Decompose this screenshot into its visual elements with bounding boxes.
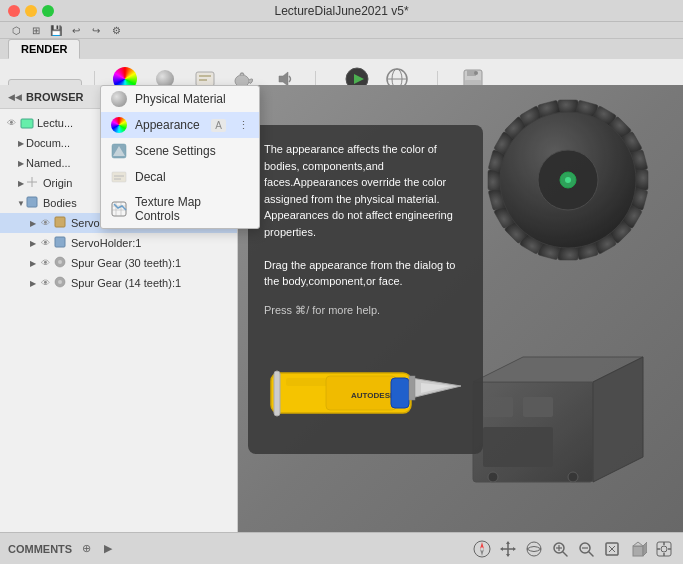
svg-point-60 bbox=[568, 472, 578, 482]
display-settings-btn[interactable] bbox=[653, 538, 675, 560]
comments-label: COMMENTS bbox=[8, 543, 72, 555]
spurgear14-icon bbox=[54, 276, 68, 290]
docu-label: Docum... bbox=[26, 137, 70, 149]
expand-arrow[interactable]: ▶ bbox=[16, 158, 26, 168]
svg-marker-96 bbox=[643, 542, 647, 556]
svg-text:AUTODESK: AUTODESK bbox=[351, 391, 396, 400]
compass-btn[interactable] bbox=[471, 538, 493, 560]
quick-toolbar: ⬡ ⊞ 💾 ↩ ↪ ⚙ bbox=[0, 22, 683, 39]
eye-icon-spurgear14[interactable]: 👁 bbox=[38, 276, 52, 290]
texture-map-menu-icon bbox=[111, 201, 127, 217]
decal-menu-icon bbox=[111, 169, 127, 185]
component-icon bbox=[20, 116, 34, 130]
appearance-tooltip: The appearance affects the color of bodi… bbox=[248, 125, 483, 454]
servoholder-icon bbox=[54, 236, 68, 250]
zoom-out-btn[interactable] bbox=[575, 538, 597, 560]
comments-section: COMMENTS ⊕ ▶ bbox=[8, 541, 471, 557]
view-cube-btn[interactable] bbox=[627, 538, 649, 560]
svg-marker-78 bbox=[480, 549, 484, 556]
svg-rect-2 bbox=[199, 79, 207, 81]
menu-scene-settings[interactable]: Scene Settings bbox=[101, 138, 259, 164]
svg-rect-72 bbox=[112, 172, 126, 182]
svg-point-83 bbox=[527, 542, 541, 556]
canvas-bg: The appearance affects the color of bodi… bbox=[238, 85, 683, 532]
svg-rect-18 bbox=[27, 197, 37, 207]
tooltip-footer-text: Press ⌘/ for more help. bbox=[264, 304, 380, 316]
save-btn[interactable]: 💾 bbox=[48, 22, 64, 38]
svg-point-14 bbox=[474, 71, 478, 75]
svg-line-89 bbox=[589, 552, 593, 556]
spurgear30-label: Spur Gear (30 teeth):1 bbox=[71, 257, 181, 269]
expand-arrow[interactable]: ▶ bbox=[28, 238, 38, 248]
svg-rect-15 bbox=[21, 119, 33, 128]
redo-btn[interactable]: ↪ bbox=[88, 22, 104, 38]
tree-item-spurgear30[interactable]: ▶ 👁 Spur Gear (30 teeth):1 bbox=[0, 253, 237, 273]
comment-expand-icon[interactable]: ▶ bbox=[100, 541, 116, 557]
origin-icon bbox=[26, 176, 40, 190]
eye-icon-servoholder[interactable]: 👁 bbox=[38, 236, 52, 250]
menu-appearance[interactable]: Appearance A ⋮ bbox=[101, 112, 259, 138]
tooltip-drag-text: Drag the appearance from the dialog to t… bbox=[264, 257, 467, 290]
svg-line-85 bbox=[563, 552, 567, 556]
menu-texture-map[interactable]: Texture Map Controls bbox=[101, 190, 259, 228]
svg-marker-82 bbox=[513, 547, 516, 551]
pan-btn[interactable] bbox=[497, 538, 519, 560]
svg-point-59 bbox=[488, 472, 498, 482]
expand-arrow[interactable]: ▶ bbox=[16, 138, 26, 148]
undo-btn[interactable]: ↩ bbox=[68, 22, 84, 38]
eye-icon-spurgear30[interactable]: 👁 bbox=[38, 256, 52, 270]
svg-rect-56 bbox=[483, 397, 513, 417]
svg-rect-1 bbox=[199, 75, 211, 77]
menu-decal[interactable]: Decal bbox=[101, 164, 259, 190]
eye-icon[interactable]: 👁 bbox=[4, 116, 18, 130]
collapse-btn[interactable]: ◀◀ bbox=[8, 90, 22, 104]
bodies-icon bbox=[26, 196, 40, 210]
zoom-btn[interactable] bbox=[549, 538, 571, 560]
expand-arrow[interactable]: ▶ bbox=[28, 258, 38, 268]
browser-title: BROWSER bbox=[26, 91, 83, 103]
knife-illustration: AUTODESK bbox=[266, 328, 466, 438]
status-bar: COMMENTS ⊕ ▶ bbox=[0, 532, 683, 564]
render-tab[interactable]: RENDER bbox=[8, 39, 80, 59]
tooltip-footer: Press ⌘/ for more help. bbox=[264, 302, 467, 319]
settings-btn[interactable]: ⚙ bbox=[108, 22, 124, 38]
grid-btn[interactable]: ⊞ bbox=[28, 22, 44, 38]
tree-item-servoholder[interactable]: ▶ 👁 ServoHolder:1 bbox=[0, 233, 237, 253]
expand-arrow[interactable]: ▶ bbox=[28, 218, 38, 228]
svg-rect-68 bbox=[274, 371, 280, 416]
expand-arrow[interactable]: ▶ bbox=[16, 178, 26, 188]
lect-label: Lectu... bbox=[37, 117, 73, 129]
right-controls bbox=[471, 538, 675, 560]
svg-rect-67 bbox=[391, 378, 409, 408]
more-options-icon[interactable]: ⋮ bbox=[238, 119, 249, 132]
tooltip-text: The appearance affects the color of bodi… bbox=[264, 141, 467, 240]
tab-row: RENDER bbox=[0, 39, 683, 59]
scene-settings-menu-icon bbox=[111, 143, 127, 159]
appearance-menu-icon bbox=[111, 117, 127, 133]
setup-menu: Physical Material Appearance A ⋮ Scene S… bbox=[100, 85, 260, 229]
title-bar: LectureDialJune2021 v5* bbox=[0, 0, 683, 22]
spurgear14-label: Spur Gear (14 teeth):1 bbox=[71, 277, 181, 289]
svg-rect-94 bbox=[633, 546, 643, 556]
bodies-expand-arrow[interactable]: ▼ bbox=[16, 198, 26, 208]
eye-icon-servo[interactable]: 👁 bbox=[38, 216, 52, 230]
svg-point-98 bbox=[661, 546, 667, 552]
expand-arrow[interactable]: ▶ bbox=[28, 278, 38, 288]
svg-rect-19 bbox=[55, 217, 65, 227]
svg-marker-95 bbox=[633, 542, 643, 546]
tree-item-spurgear14[interactable]: ▶ 👁 Spur Gear (14 teeth):1 bbox=[0, 273, 237, 293]
add-comment-icon[interactable]: ⊕ bbox=[78, 541, 94, 557]
canvas-area[interactable]: The appearance affects the color of bodi… bbox=[238, 85, 683, 532]
menu-physical-material[interactable]: Physical Material bbox=[101, 86, 259, 112]
origin-label: Origin bbox=[43, 177, 72, 189]
appearance-badge: A bbox=[211, 119, 226, 132]
svg-point-24 bbox=[58, 280, 62, 284]
minimize-button[interactable] bbox=[25, 5, 37, 17]
close-button[interactable] bbox=[8, 5, 20, 17]
appearance-menu-label: Appearance bbox=[135, 118, 200, 132]
app-icon: ⬡ bbox=[8, 22, 24, 38]
orbit-btn[interactable] bbox=[523, 538, 545, 560]
spurgear30-icon bbox=[54, 256, 68, 270]
fit-btn[interactable] bbox=[601, 538, 623, 560]
maximize-button[interactable] bbox=[42, 5, 54, 17]
